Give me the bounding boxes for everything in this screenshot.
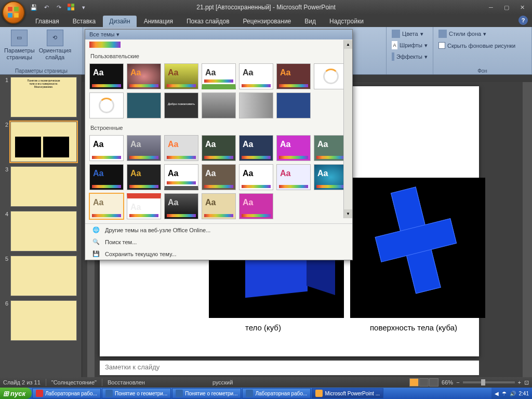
themes-save-current[interactable]: 💾Сохранить текущую тему... — [85, 248, 352, 260]
theme-thumb[interactable]: Aa — [276, 164, 311, 190]
zoom-in-button[interactable]: + — [518, 379, 521, 385]
slide-thumb-5[interactable] — [10, 256, 77, 296]
taskbar-item[interactable]: Лабораторная рабо... — [242, 388, 311, 398]
taskbar-item[interactable]: Понятие о геометри... — [102, 388, 171, 398]
theme-thumb[interactable]: Aa — [276, 135, 311, 161]
theme-thumb[interactable]: Aa — [127, 135, 161, 161]
themes-section-builtin: Встроенные — [85, 123, 352, 133]
theme-thumb[interactable]: Aa — [202, 63, 236, 89]
theme-thumb[interactable]: Aa — [164, 63, 198, 89]
qat-color-icon[interactable] — [66, 3, 76, 12]
theme-thumb[interactable]: Aa — [164, 135, 198, 161]
maximize-button[interactable]: ▢ — [501, 3, 512, 12]
theme-thumb[interactable]: Aa — [164, 164, 198, 190]
theme-thumb[interactable] — [202, 92, 236, 118]
notes-pane[interactable]: Заметки к слайду — [100, 361, 479, 375]
globe-icon: 🌐 — [92, 227, 100, 233]
theme-thumb[interactable]: Aa — [89, 164, 124, 190]
effects-button[interactable]: Эффекты ▾ — [390, 51, 430, 62]
fit-button[interactable]: ⊡ — [524, 379, 529, 386]
redo-icon[interactable]: ↷ — [54, 3, 63, 12]
slide-thumb-4[interactable] — [10, 211, 77, 251]
undo-icon[interactable]: ↶ — [42, 3, 51, 12]
zoom-out-button[interactable]: − — [456, 379, 459, 385]
tab-animation[interactable]: Анимация — [138, 16, 179, 27]
slideshow-view-button[interactable] — [429, 378, 438, 387]
vertical-scrollbar[interactable] — [523, 82, 532, 377]
tab-addins[interactable]: Надстройки — [323, 16, 370, 27]
theme-thumb[interactable]: Aa — [239, 63, 273, 89]
themes-custom-grid: Aa Aa Aa Aa Aa Aa Добро пожаловать — [85, 61, 352, 123]
slide-thumb-6[interactable] — [10, 300, 77, 341]
save-icon[interactable]: 💾 — [29, 3, 38, 12]
slide-orientation-button[interactable]: ⟲Ориентация слайда — [38, 29, 72, 62]
theme-thumb[interactable]: Aa — [127, 193, 161, 219]
theme-thumb[interactable]: Aa — [239, 193, 273, 219]
theme-thumb[interactable] — [239, 92, 273, 118]
theme-thumb[interactable]: Aa — [127, 63, 161, 89]
view-buttons — [409, 378, 438, 387]
theme-thumb[interactable]: Aa — [239, 135, 273, 161]
svg-rect-3 — [14, 13, 19, 18]
orientation-icon: ⟲ — [47, 30, 63, 46]
tab-view[interactable]: Вид — [298, 16, 322, 27]
themes-gallery-header: Все темы ▾ — [85, 30, 352, 39]
app-icon — [246, 390, 253, 397]
office-button[interactable] — [2, 1, 25, 24]
qat-customize-icon[interactable]: ▾ — [79, 3, 88, 12]
page-setup-button[interactable]: ▭Параметры страницы — [3, 29, 36, 62]
tab-slideshow[interactable]: Показ слайдов — [180, 16, 236, 27]
tab-home[interactable]: Главная — [29, 16, 65, 27]
theme-thumb[interactable]: Aa — [202, 164, 236, 190]
slide-thumb-1[interactable]: Понятие о геометрическомтеле и его повер… — [10, 77, 77, 117]
theme-thumb[interactable]: Aa — [164, 193, 198, 219]
theme-thumb[interactable] — [276, 92, 311, 118]
theme-thumb[interactable] — [89, 92, 124, 118]
theme-thumb[interactable]: Aa — [89, 63, 124, 89]
theme-thumb[interactable]: Aa — [202, 135, 236, 161]
taskbar-item[interactable]: Microsoft PowerPoint ... — [312, 388, 383, 398]
current-theme-swatch[interactable] — [89, 42, 121, 48]
tray-icon[interactable]: ☂ — [502, 391, 507, 396]
theme-thumb[interactable]: Aa — [127, 164, 161, 190]
background-styles-button[interactable]: Стили фона ▾ — [436, 29, 528, 39]
svg-rect-6 — [68, 7, 71, 10]
tray-icon[interactable]: ◀ — [495, 391, 499, 396]
slide-thumb-3[interactable] — [10, 166, 77, 207]
app-icon — [36, 390, 43, 397]
themes-search[interactable]: 🔍Поиск тем... — [85, 236, 352, 248]
system-tray: ◀ ☂ 🔊 2:41 — [491, 388, 532, 399]
hide-bg-graphics-checkbox[interactable]: Скрыть фоновые рисунки — [436, 41, 528, 50]
zoom-slider[interactable] — [463, 381, 515, 383]
zoom-level[interactable]: 66% — [442, 379, 453, 385]
theme-thumb[interactable]: Aa — [202, 193, 236, 219]
tray-volume-icon[interactable]: 🔊 — [510, 391, 516, 396]
slide-thumb-2[interactable] — [10, 122, 77, 162]
slide-caption-2: поверхность тела (куба) — [370, 323, 457, 332]
theme-thumb[interactable]: Добро пожаловать — [164, 92, 198, 118]
theme-thumb[interactable]: Aa — [276, 63, 311, 89]
theme-thumb[interactable] — [127, 92, 161, 118]
colors-button[interactable]: Цвета ▾ — [390, 29, 430, 39]
minimize-button[interactable]: ─ — [485, 3, 497, 12]
theme-thumb[interactable]: Aa — [239, 164, 273, 190]
themes-scrollbar[interactable]: ▲▼ — [343, 40, 352, 218]
start-button[interactable]: ⊞пуск — [0, 388, 32, 399]
tab-design[interactable]: Дизайн — [103, 16, 136, 27]
taskbar-item[interactable]: Понятие о геометри... — [172, 388, 241, 398]
tab-insert[interactable]: Вставка — [66, 16, 102, 27]
help-button[interactable]: ? — [518, 16, 528, 25]
normal-view-button[interactable] — [409, 378, 419, 387]
themes-more-online[interactable]: 🌐Другие темы на веб-узле Office Online..… — [85, 224, 352, 236]
status-language[interactable]: русский — [212, 379, 233, 385]
tab-review[interactable]: Рецензирование — [237, 16, 298, 27]
theme-thumb[interactable]: Aa — [89, 135, 124, 161]
fonts-button[interactable]: AШрифты ▾ — [390, 40, 430, 50]
slide-caption-1: тело (куб) — [245, 323, 281, 332]
close-button[interactable]: ✕ — [516, 3, 528, 12]
theme-thumb[interactable]: Aa — [89, 193, 124, 219]
taskbar-item[interactable]: Лабораторная рабо... — [32, 388, 101, 398]
sorter-view-button[interactable] — [419, 378, 429, 387]
app-icon — [105, 390, 113, 397]
tray-clock[interactable]: 2:41 — [519, 391, 529, 396]
